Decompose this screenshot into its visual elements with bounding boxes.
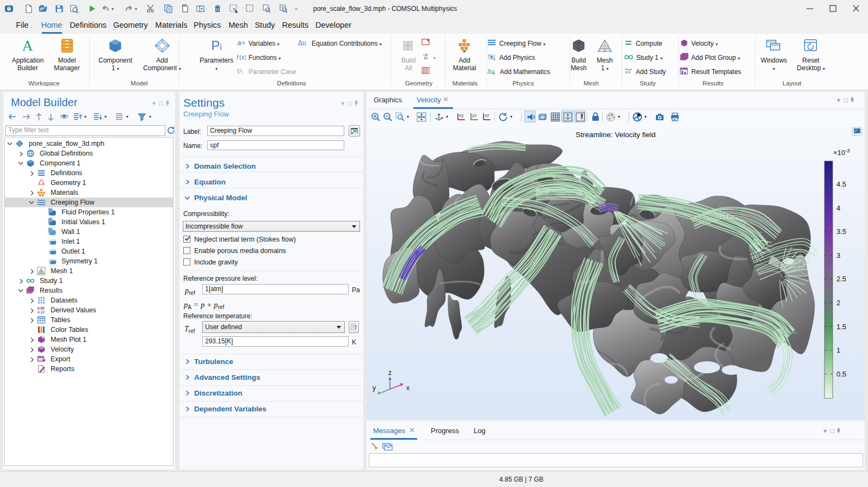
svg-text:xy: xy [459, 113, 464, 118]
svg-text:x: x [406, 384, 410, 392]
svg-text:A: A [22, 38, 34, 53]
svg-text:Pi: Pi [237, 67, 243, 76]
svg-text:1: 1 [836, 346, 840, 354]
svg-text:4: 4 [836, 204, 840, 212]
svg-text:y: y [373, 384, 376, 392]
svg-text:(x): (x) [239, 54, 246, 60]
svg-text:Pi: Pi [211, 38, 222, 53]
svg-text:D: D [49, 228, 52, 232]
svg-text:Δu: Δu [298, 39, 306, 47]
svg-text:a: a [237, 39, 241, 47]
svg-text:8.85: 8.85 [38, 306, 45, 310]
svg-text:D: D [49, 218, 52, 222]
svg-text:xz: xz [485, 113, 489, 118]
svg-text:yz: yz [472, 113, 477, 118]
svg-text:e-12: e-12 [38, 310, 45, 314]
svg-text:=: = [241, 39, 245, 47]
svg-text:3.5: 3.5 [836, 227, 846, 236]
svg-text:Streamline: Velocity field: Streamline: Velocity field [575, 131, 655, 139]
svg-text:3: 3 [836, 251, 840, 260]
svg-text:Δu: Δu [487, 68, 494, 75]
svg-text:D: D [49, 208, 52, 212]
svg-text:2.5: 2.5 [836, 275, 846, 283]
svg-text:f: f [237, 54, 239, 60]
svg-text:4.5: 4.5 [836, 180, 846, 188]
svg-text:1.5: 1.5 [836, 323, 846, 331]
svg-text:0.5: 0.5 [836, 370, 846, 378]
svg-text:z: z [388, 369, 392, 377]
svg-text:2: 2 [836, 299, 840, 307]
